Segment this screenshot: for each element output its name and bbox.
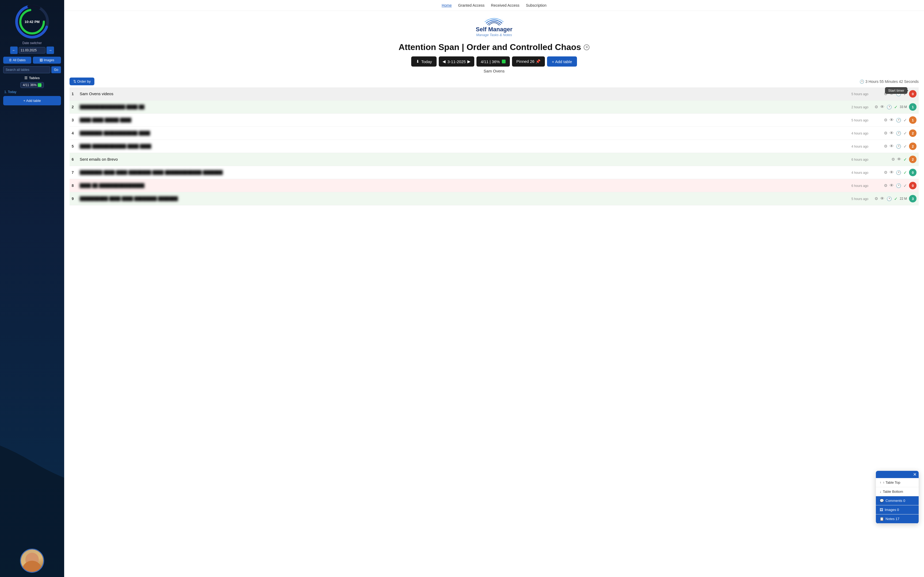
table-row: 8 ████ ██ ████████████████ 6 hours ago ⚙…: [69, 179, 919, 192]
add-table-sidebar-button[interactable]: + Add table: [3, 96, 61, 105]
progress-button[interactable]: 4/11 | 36%: [476, 56, 510, 66]
order-bar: ⇅ Order by 🕐 3 Hours 55 Minutes 42 Secon…: [69, 76, 919, 87]
row-number: 9: [72, 197, 74, 201]
eye-icon[interactable]: 👁: [890, 144, 894, 149]
row-badge: 0: [909, 182, 916, 189]
sort-icon: ⇅: [73, 79, 76, 84]
row-badge: 2: [909, 156, 916, 163]
date-prev-toolbar[interactable]: ◀ 3-11-2025 ▶: [439, 56, 474, 66]
clock-row-icon[interactable]: 🕐: [896, 118, 901, 123]
content-area: ⇅ Order by 🕐 3 Hours 55 Minutes 42 Secon…: [64, 76, 924, 211]
row-title[interactable]: ██████████ ████ ████ ████████ ███████: [80, 196, 178, 201]
row-title[interactable]: ████ ████ █████ ████: [80, 118, 131, 122]
clock-icon: 🕐: [860, 79, 864, 84]
row-title[interactable]: ████ ██ ████████████████: [80, 183, 144, 188]
check-icon[interactable]: ✓: [903, 183, 907, 188]
date-input[interactable]: [19, 47, 45, 53]
clock-row-icon[interactable]: 🕐: [887, 105, 892, 110]
row-actions: ⚙ 👁 ✓ 2: [872, 156, 916, 163]
page-settings-icon[interactable]: ⚙: [584, 44, 589, 50]
popup-table-bottom[interactable]: ↓ Table Bottom: [876, 487, 919, 496]
down-arrow-icon: ⬇: [416, 59, 420, 64]
search-input[interactable]: [3, 66, 50, 73]
eye-icon[interactable]: 👁: [880, 196, 884, 201]
images-button[interactable]: 🖼 Images: [33, 57, 61, 64]
logo-area: Self Manager Manage Tasks & Notes: [64, 11, 924, 39]
row-badge: 0: [909, 169, 916, 176]
check-done-icon[interactable]: ✓: [903, 170, 907, 175]
check-done-icon[interactable]: ✓: [894, 105, 898, 110]
table-row: 4 ████████ ████████████ ████ 4 hours ago…: [69, 127, 919, 140]
table-row: 6 Sent emails on Brevo 6 hours ago ⚙ 👁 ✓…: [69, 153, 919, 166]
gear-icon[interactable]: ⚙: [892, 157, 895, 162]
eye-icon[interactable]: 👁: [890, 118, 894, 122]
eye-icon[interactable]: 👁: [890, 183, 894, 188]
gear-icon[interactable]: ⚙: [884, 131, 887, 135]
table-row: 3 ████ ████ █████ ████ 5 hours ago ⚙ 👁 🕐…: [69, 114, 919, 127]
gear-icon[interactable]: ⚙: [884, 183, 887, 188]
comment-icon: 💬: [880, 499, 884, 503]
order-by-button[interactable]: ⇅ Order by: [69, 77, 94, 85]
row-badge: 1: [909, 116, 916, 124]
row-title[interactable]: Sam Ovens videos: [80, 92, 113, 96]
gear-icon[interactable]: ⚙: [884, 118, 887, 122]
left-arrow-icon: ◀: [443, 59, 446, 64]
arrow-up-icon: ↑: [880, 481, 881, 485]
eye-icon[interactable]: 👁: [897, 157, 901, 162]
popup-images[interactable]: 🖼 Images 0: [876, 505, 919, 514]
row-title[interactable]: ████████ ████ ████ ████████ ████ ███████…: [80, 170, 223, 175]
nav-granted-access[interactable]: Granted Access: [458, 3, 485, 8]
clock-row-icon[interactable]: 🕐: [896, 170, 901, 175]
row-title[interactable]: Sent emails on Brevo: [80, 157, 118, 161]
notes-icon: 📋: [880, 517, 884, 521]
gear-icon[interactable]: ⚙: [884, 144, 887, 149]
add-table-button[interactable]: + Add table: [547, 56, 577, 66]
popup-close-button[interactable]: ✕: [913, 472, 916, 477]
popup-table-top[interactable]: ↑ ↑ Table Top: [876, 478, 919, 487]
pinned-button[interactable]: Pinned 26 📌: [512, 56, 545, 66]
all-dates-button[interactable]: 🗓 All Dates: [3, 57, 31, 64]
tables-label: ☰ Tables: [24, 76, 40, 80]
date-next-button[interactable]: →: [47, 47, 54, 54]
popup-notes[interactable]: 📋 Notes 17: [876, 514, 919, 524]
clock-row-icon[interactable]: 🕐: [896, 144, 901, 149]
eye-icon[interactable]: 👁: [890, 170, 894, 175]
check-done-icon[interactable]: ✓: [894, 196, 898, 201]
row-title[interactable]: ████████ ████████████ ████: [80, 131, 150, 135]
row-title[interactable]: ████ ████████████ ████ ████: [80, 144, 151, 148]
check-icon[interactable]: ✓: [903, 118, 907, 123]
image-popup-icon: 🖼: [880, 508, 883, 512]
image-icon: 🖼: [40, 58, 43, 62]
clock-row-icon[interactable]: 🕐: [887, 196, 892, 201]
table-tag[interactable]: 4/11 36%: [20, 82, 43, 88]
check-icon[interactable]: ✓: [903, 144, 907, 149]
date-switcher-label: Date switcher: [23, 41, 42, 45]
gear-icon[interactable]: ⚙: [884, 170, 887, 175]
row-title[interactable]: ████████████████ ████ ██: [80, 105, 144, 109]
date-prev-button[interactable]: ←: [10, 47, 18, 54]
row-badge: 0: [909, 90, 916, 98]
gear-icon[interactable]: ⚙: [874, 105, 878, 110]
start-timer-tooltip[interactable]: Start timer: [888, 89, 904, 92]
avatar: [20, 549, 44, 573]
check-done-icon[interactable]: ✓: [903, 157, 907, 162]
popup-comments[interactable]: 💬 Comments 0: [876, 496, 919, 505]
row-number: 5: [72, 144, 74, 148]
right-arrow-icon: ▶: [467, 59, 470, 64]
row-number: 3: [72, 118, 74, 122]
today-button[interactable]: ⬇ Today: [411, 56, 436, 66]
logo-subtitle: Manage Tasks & Notes: [64, 33, 924, 37]
nav-home[interactable]: Home: [442, 3, 452, 8]
clock-row-icon[interactable]: 🕐: [896, 131, 901, 136]
row-actions: ⚙ 👁 🕐 ✓ 2: [872, 129, 916, 137]
search-go-button[interactable]: Go: [52, 66, 61, 73]
eye-icon[interactable]: 👁: [890, 131, 894, 135]
nav-subscription[interactable]: Subscription: [526, 3, 546, 8]
check-icon[interactable]: ✓: [903, 131, 907, 136]
table-row: 2 ████████████████ ████ ██ 2 hours ago ⚙…: [69, 100, 919, 114]
gear-icon[interactable]: ⚙: [874, 196, 878, 201]
clock-row-icon[interactable]: 🕐: [896, 183, 901, 188]
row-badge: 1: [909, 103, 916, 111]
nav-received-access[interactable]: Received Access: [491, 3, 520, 8]
eye-icon[interactable]: 👁: [880, 105, 884, 110]
